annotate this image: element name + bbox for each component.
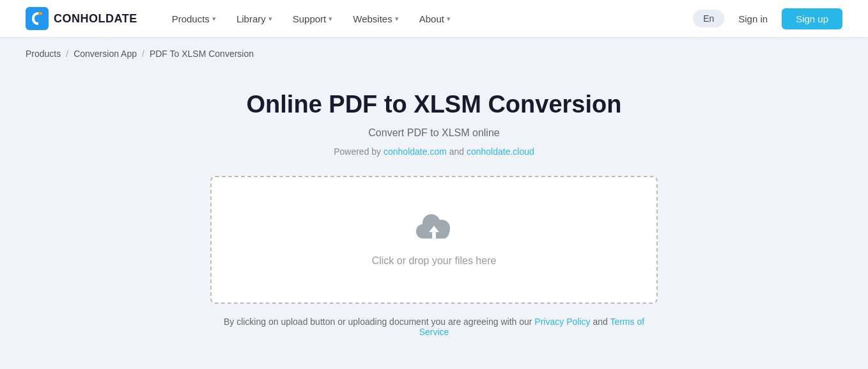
- svg-rect-0: [26, 7, 49, 30]
- powered-by-prefix: Powered by: [334, 146, 381, 157]
- powered-by-link-2[interactable]: conholdate.cloud: [467, 146, 534, 157]
- upload-cloud-icon: [414, 213, 454, 246]
- nav-item-websites[interactable]: Websites ▾: [344, 8, 407, 29]
- breadcrumb-separator-1: /: [66, 49, 68, 59]
- drop-zone-label: Click or drop your files here: [372, 255, 497, 267]
- chevron-down-icon: ▾: [447, 15, 451, 23]
- nav-library-label: Library: [236, 13, 266, 24]
- terms-and: and: [593, 317, 607, 327]
- page-subtitle: Convert PDF to XLSM online: [368, 127, 499, 139]
- logo-link[interactable]: CONHOLDATE: [26, 7, 137, 30]
- file-drop-zone[interactable]: Click or drop your files here: [210, 176, 658, 304]
- chevron-down-icon: ▾: [212, 15, 216, 23]
- navbar-right: En Sign in Sign up: [693, 8, 842, 29]
- signup-button[interactable]: Sign up: [782, 8, 842, 29]
- breadcrumb-current-page: PDF To XLSM Conversion: [150, 49, 254, 59]
- chevron-down-icon: ▾: [395, 15, 399, 23]
- logo-icon: [26, 7, 49, 30]
- powered-by-link-1[interactable]: conholdate.com: [384, 146, 447, 157]
- chevron-down-icon: ▾: [268, 15, 272, 23]
- privacy-policy-link[interactable]: Privacy Policy: [534, 317, 590, 327]
- terms-text: By clicking on upload button or uploadin…: [210, 317, 658, 337]
- nav-about-label: About: [419, 13, 444, 24]
- language-button[interactable]: En: [693, 10, 724, 27]
- powered-by-text: Powered by conholdate.com and conholdate…: [334, 146, 534, 157]
- navbar: CONHOLDATE Products ▾ Library ▾ Support …: [0, 0, 868, 37]
- terms-prefix: By clicking on upload button or uploadin…: [224, 317, 532, 327]
- nav-item-support[interactable]: Support ▾: [284, 8, 342, 29]
- signin-button[interactable]: Sign in: [732, 10, 774, 28]
- nav-support-label: Support: [293, 13, 327, 24]
- chevron-down-icon: ▾: [329, 15, 332, 23]
- nav-item-about[interactable]: About ▾: [410, 8, 460, 29]
- svg-rect-1: [38, 12, 42, 15]
- main-content: Online PDF to XLSM Conversion Convert PD…: [0, 65, 868, 369]
- breadcrumb: Products / Conversion App / PDF To XLSM …: [0, 37, 868, 65]
- nav-item-library[interactable]: Library ▾: [228, 8, 281, 29]
- breadcrumb-conversion-app[interactable]: Conversion App: [74, 49, 137, 59]
- nav-menu: Products ▾ Library ▾ Support ▾ Websites …: [163, 8, 693, 29]
- nav-item-products[interactable]: Products ▾: [163, 8, 225, 29]
- breadcrumb-products[interactable]: Products: [26, 49, 61, 59]
- nav-websites-label: Websites: [353, 13, 392, 24]
- powered-by-and: and: [449, 146, 464, 157]
- nav-products-label: Products: [172, 13, 210, 24]
- logo-text: CONHOLDATE: [54, 12, 137, 26]
- breadcrumb-separator-2: /: [142, 49, 144, 59]
- page-title: Online PDF to XLSM Conversion: [247, 91, 622, 118]
